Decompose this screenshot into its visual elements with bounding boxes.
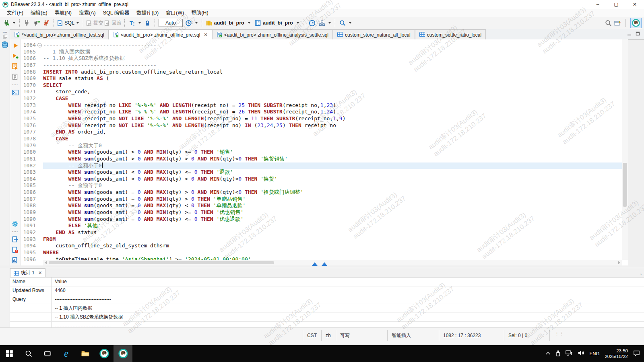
table-row[interactable]: Query----------------------------------- (10, 295, 644, 304)
taskbar-search-button[interactable] (19, 345, 38, 362)
rollback-button[interactable]: 回滚 (104, 18, 122, 28)
code-text: WITH sale_status AS ( (43, 75, 622, 82)
close-button[interactable]: ✕ (625, 0, 644, 9)
table-row[interactable]: Updated Rows4460 (10, 286, 644, 295)
code-area[interactable]: 1064−-----------------------------------… (21, 42, 622, 263)
network-tray-icon[interactable] (566, 350, 572, 357)
execute-new-tab-button[interactable] (11, 51, 20, 60)
chevron-down-icon[interactable] (76, 22, 79, 24)
open-console-button[interactable] (11, 88, 20, 97)
connection-selector[interactable]: audit_bi_pro (204, 18, 254, 28)
chevron-down-icon[interactable] (13, 22, 15, 24)
menu-item[interactable]: 文件(F) (3, 9, 27, 17)
sql-editor-button[interactable]: SQL (57, 18, 74, 28)
column-header-value[interactable]: Value (52, 278, 644, 286)
status-writable[interactable]: 可写 (336, 330, 387, 341)
maximize-panel-icon[interactable] (636, 31, 640, 37)
dbeaver-taskbar-button-active[interactable] (114, 345, 132, 362)
text-transform-button[interactable]: T (128, 18, 136, 28)
editor-tab[interactable]: <audit_bi_pro> zhumr_offline_pre.sql✕ (109, 29, 212, 40)
table-row[interactable]: -- 1.10 插入SBZ老系统换货数据 (10, 313, 644, 322)
status-selection[interactable]: Sel: 0 | 0 (504, 330, 550, 341)
sql-search-button[interactable] (338, 18, 347, 28)
restore-panel-arrows[interactable] (312, 262, 327, 266)
toolbar-separator (202, 19, 202, 27)
menu-item[interactable]: 帮助(H) (188, 9, 212, 17)
panel-scroll-down-icon[interactable]: ⌄ (640, 271, 643, 276)
input-language-button[interactable]: ENG (590, 351, 600, 356)
menu-item[interactable]: 数据库(D) (133, 9, 162, 17)
database-navigator-icon[interactable] (1, 41, 8, 49)
dashboard-button[interactable] (308, 18, 317, 28)
menu-item[interactable]: 导航(N) (51, 9, 75, 17)
maximize-button[interactable]: ▢ (607, 0, 625, 9)
minimize-panel-icon[interactable] (627, 31, 632, 37)
arrow-up-icon[interactable] (322, 262, 327, 266)
editor-tab[interactable]: custom_settle_ratio_local (415, 29, 486, 40)
file-explorer-button[interactable] (76, 345, 95, 362)
disconnect-button[interactable] (42, 18, 51, 28)
fold-collapse-icon[interactable]: − (37, 43, 42, 47)
settings-button[interactable] (11, 219, 20, 228)
tab-close-icon[interactable]: ✕ (204, 32, 208, 37)
action-center-button[interactable] (633, 350, 640, 358)
horizontal-scrollbar[interactable] (43, 260, 622, 265)
dbeaver-taskbar-button[interactable] (95, 345, 114, 362)
quick-search-button[interactable] (604, 18, 613, 28)
explain-plan-button[interactable] (11, 72, 20, 81)
editor-tab[interactable]: <audit_bi_pro> zhumr_offline_analysis_se… (212, 29, 333, 40)
restore-panel-icon[interactable] (3, 35, 7, 39)
execute-statement-button[interactable] (11, 41, 20, 50)
chevron-down-icon[interactable] (328, 22, 331, 24)
usb-tray-icon[interactable] (556, 350, 560, 358)
chevron-down-icon[interactable] (195, 22, 198, 24)
minimize-button[interactable]: – (588, 0, 607, 9)
task-view-button[interactable] (38, 345, 57, 362)
horizontal-scrollbar-thumb[interactable] (49, 261, 274, 264)
status-language[interactable]: zh (321, 330, 336, 341)
error-log-button[interactable]: ! (11, 245, 20, 254)
menu-item[interactable]: SQL 编辑器 (99, 9, 133, 17)
transaction-log-button[interactable] (184, 18, 193, 28)
status-insert-mode[interactable]: 智能插入 (387, 330, 439, 341)
status-position[interactable]: 1082 : 17 : 36223 (439, 330, 504, 341)
start-button[interactable] (0, 345, 19, 362)
volume-tray-icon[interactable] (578, 350, 584, 357)
scroll-right-icon[interactable] (618, 261, 620, 264)
reconnect-button[interactable] (32, 18, 41, 28)
tray-expand-button[interactable] (545, 351, 551, 356)
execution-plan-button[interactable] (318, 18, 326, 28)
statistics-button[interactable] (11, 256, 20, 265)
statistics-tab[interactable]: 统计 1 ✕ (10, 268, 45, 277)
execute-script-button[interactable] (11, 62, 20, 71)
tab-close-icon[interactable]: ✕ (38, 270, 42, 276)
open-perspective-button[interactable]: ★ (613, 18, 622, 28)
chevron-down-icon[interactable] (248, 22, 250, 24)
connect-button[interactable] (23, 18, 31, 28)
lock-button[interactable] (143, 18, 152, 28)
chevron-down-icon[interactable] (349, 22, 351, 24)
editor-tab[interactable]: *<audit_bi_pro> zhumr_offline_test.sql (10, 29, 109, 40)
chevron-down-icon[interactable] (138, 22, 141, 24)
dbeaver-perspective-button[interactable] (630, 18, 642, 28)
table-row[interactable]: -- 1 插入国内数据 (10, 304, 644, 313)
status-timezone[interactable]: CST (303, 330, 321, 341)
menu-item[interactable]: 窗口(W) (162, 9, 188, 17)
column-header-name[interactable]: Name (10, 278, 52, 286)
output-export-button[interactable] (11, 235, 20, 244)
vertical-scrollbar[interactable] (622, 39, 628, 260)
editor-tab[interactable]: custom_store_nature_all_local (333, 29, 415, 40)
sql-code-editor[interactable]: 1064−-----------------------------------… (21, 39, 628, 265)
taskbar-clock[interactable]: 23:502025/10/22 (605, 348, 628, 359)
vertical-scrollbar-thumb[interactable] (623, 163, 627, 207)
commit-button[interactable]: 提交 (86, 18, 103, 28)
commit-mode-button[interactable]: Auto (159, 19, 183, 27)
chevron-down-icon[interactable] (297, 22, 299, 24)
menu-item[interactable]: 编辑(E) (27, 9, 51, 17)
new-connection-button[interactable] (2, 18, 11, 28)
arrow-up-icon[interactable] (312, 262, 318, 266)
scroll-left-icon[interactable] (45, 261, 47, 264)
schema-selector[interactable]: audit_bi_pro (254, 18, 302, 28)
internet-explorer-button[interactable]: e (57, 345, 76, 362)
menu-item[interactable]: 搜索(A) (75, 9, 99, 17)
